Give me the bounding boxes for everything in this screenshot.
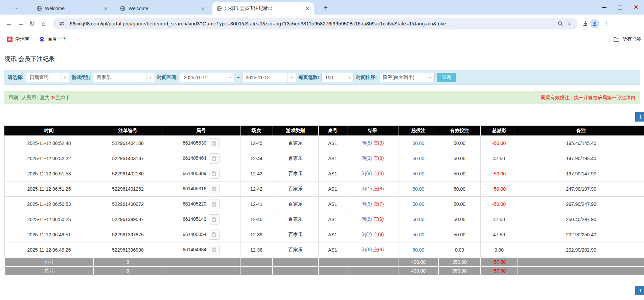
tab-close-icon[interactable]: ✕ [304, 5, 310, 12]
site-info-icon[interactable] [57, 19, 66, 28]
round-video-button[interactable] [209, 199, 220, 209]
total-bet-link[interactable]: 50.00 [412, 141, 424, 146]
svg-text:du: du [41, 39, 43, 41]
all-bookmarks-label: 所有书签 [622, 36, 641, 42]
tab-close-icon[interactable]: ✕ [200, 5, 206, 12]
total-bet-link[interactable]: 50.00 [412, 186, 424, 192]
zoom-page-icon[interactable] [555, 19, 565, 28]
table-row: 2025-11-12 06:51:53522961402180661405389… [4, 166, 644, 181]
folder-icon [613, 37, 620, 42]
round-video-button[interactable] [209, 138, 220, 148]
date-to-select[interactable]: 2025-11-12 ▼ [242, 73, 296, 82]
game-type-select[interactable]: 百家乐 ▼ [93, 73, 155, 82]
game-type-value: 百家乐 [93, 73, 146, 82]
cell-bet-id: 522961401262 [94, 181, 162, 197]
result-player: 闲(6) [361, 247, 372, 252]
round-video-button[interactable] [209, 245, 220, 255]
info-bar: 币别 : 人民币 | 总共 :8 注单 | 同局有效投注，统一计算在该局第一张注… [4, 91, 640, 104]
cell-remark: 297.90/247.90 [518, 197, 644, 212]
cell-remark: 197.90/147.90 [518, 166, 644, 181]
browser-menu-icon[interactable]: ⋮ [601, 19, 611, 28]
cell-table-no: AS1 [318, 166, 347, 181]
totals-count: 8 [94, 258, 162, 266]
refresh-button[interactable]: ↻ [26, 18, 38, 29]
all-bookmarks-button[interactable]: 所有书签 [613, 36, 641, 42]
profile-avatar[interactable] [590, 19, 599, 28]
cell-remark: 250.40/297.90 [518, 212, 644, 227]
cell-bet-id: 522961397875 [94, 227, 162, 242]
cell-round: 661405389 [162, 166, 240, 181]
bookmark-taobao[interactable]: 淘 爱淘宝 [4, 35, 32, 44]
cell-round: 661405530 [162, 136, 240, 151]
cell-round: 661405464 [162, 151, 240, 166]
cell-total-bet: 50.00 [398, 242, 439, 258]
total-bet-link[interactable]: 50.00 [412, 171, 424, 176]
window-maximize-button[interactable] [612, 0, 628, 15]
round-video-button[interactable] [209, 153, 220, 164]
date-range-label: 时间区间: [157, 74, 178, 81]
cell-time: 2025-11-12 06:49:51 [4, 227, 94, 242]
round-video-button[interactable] [209, 184, 220, 194]
toolbar-right: ⋮ [580, 19, 613, 28]
date-from-value: 2025-11-12 [180, 73, 226, 82]
totals-payout: -57.50 [480, 258, 518, 266]
page-size-select[interactable]: 100 ▼ [321, 73, 354, 82]
downloads-icon[interactable] [580, 19, 590, 28]
date-from-select[interactable]: 2025-11-12 ▼ [180, 73, 234, 82]
bet-count: 8 [52, 95, 55, 100]
result-banker: 庄(4) [373, 171, 384, 176]
pagination-page-1-top[interactable]: 1 [635, 112, 644, 122]
total-bet-link[interactable]: 50.00 [412, 217, 424, 222]
cell-round: 661404984 [162, 242, 240, 258]
result-banker: 庄(9) [373, 232, 384, 237]
address-bar[interactable]: 66cxkj98.com/ipl/portal.php/game/betreco… [53, 18, 578, 29]
totals-label: 小计 [4, 258, 94, 266]
total-bet-link[interactable]: 50.00 [412, 156, 424, 161]
search-button[interactable]: 查询 [437, 73, 456, 82]
bookmark-star-icon[interactable]: ☆ [565, 19, 574, 28]
page-size-label: 每页笔数: [299, 74, 319, 81]
chevron-down-icon: ▼ [288, 73, 296, 82]
total-bet-link[interactable]: 50.00 [412, 232, 424, 237]
query-type-select[interactable]: 日期查询 ▼ [26, 73, 69, 82]
back-button[interactable]: ← [3, 18, 15, 29]
window-minimize-button[interactable] [596, 0, 612, 15]
cell-session: 12-41 [240, 197, 273, 212]
tab-welcome-1[interactable]: Welcome ✕ [32, 2, 112, 15]
cell-session: 12-39 [240, 227, 273, 242]
chevron-down-icon: ▼ [61, 73, 69, 82]
pagination-page-1-bottom[interactable]: 1 [635, 286, 644, 295]
total-bet-link[interactable]: 50.00 [412, 247, 424, 253]
column-header: 注单编号 [94, 126, 162, 136]
cell-valid-bet: 50.00 [439, 166, 480, 181]
table-row: 2025-11-12 06:51:25522961401262661405316… [4, 181, 644, 197]
home-button[interactable]: ⌂ [38, 18, 49, 29]
round-video-button[interactable] [209, 214, 220, 224]
new-tab-button[interactable]: + [321, 3, 330, 12]
round-video-button[interactable] [209, 230, 220, 240]
round-number: 661405316 [183, 186, 206, 191]
sort-order-select[interactable]: 降幂(由大到小) ▼ [379, 73, 435, 82]
cell-result: 闲(6) 庄(6) [347, 242, 398, 258]
forward-button[interactable]: → [15, 18, 26, 29]
total-bet-link[interactable]: 50.00 [412, 201, 424, 207]
cell-session: 12-43 [240, 166, 273, 181]
tab-close-icon[interactable]: ✕ [103, 5, 109, 12]
cell-total-bet: 50.00 [398, 227, 439, 242]
bookmark-baidu[interactable]: du 百度一下 [36, 35, 69, 44]
notice-text: 同局有效投注，统一计算在该局第一张注单内 [541, 95, 636, 101]
round-video-button[interactable] [209, 169, 220, 179]
cell-game: 百家乐 [273, 181, 318, 197]
cell-round: 661405054 [162, 227, 240, 242]
tab-search-chevron-icon[interactable]: ⌄ [12, 3, 21, 12]
cell-valid-bet: 50.00 [439, 197, 480, 212]
taobao-icon: 淘 [7, 37, 13, 42]
cell-total-bet: 50.00 [398, 197, 439, 212]
window-close-button[interactable]: ✕ [628, 0, 644, 15]
filter-bar: 请选择: 日期查询 ▼ 游戏类别 百家乐 ▼ 时间区间: 2025-11-12 … [4, 70, 640, 85]
tab-betrecord-active[interactable]: :::视讯 会员下注纪录::: ✕ [212, 2, 314, 15]
bookmark-label: 爱淘宝 [15, 36, 29, 42]
tab-welcome-2[interactable]: Welcome ✕ [116, 2, 209, 15]
cell-total-bet: 50.00 [398, 151, 439, 166]
cell-bet-id: 522961399087 [94, 212, 162, 227]
